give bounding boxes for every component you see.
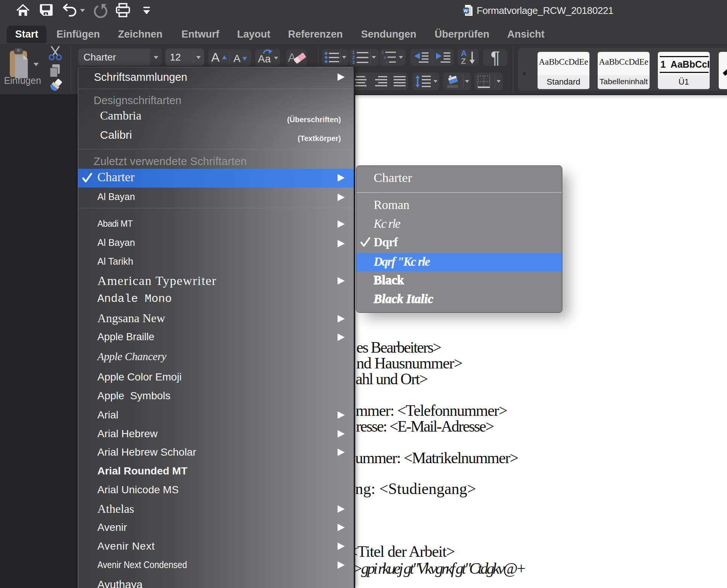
svg-text:W: W: [463, 8, 468, 14]
svg-text:a: a: [384, 55, 386, 59]
svg-text:2: 2: [352, 55, 355, 60]
svg-text:i: i: [386, 60, 387, 64]
svg-text:3: 3: [352, 60, 355, 65]
svg-text:1: 1: [382, 50, 384, 55]
